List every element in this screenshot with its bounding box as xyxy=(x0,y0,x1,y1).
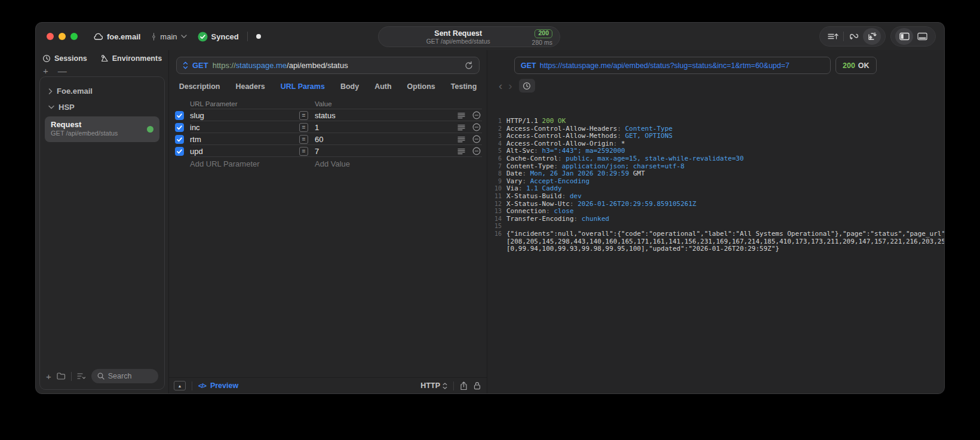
workspace-selector[interactable]: foe.email xyxy=(93,32,140,41)
code-segment: Connection xyxy=(506,207,546,215)
new-folder-button[interactable] xyxy=(57,373,66,380)
tab-url-params[interactable]: URL Params xyxy=(281,82,325,91)
branch-selector[interactable]: main xyxy=(151,32,186,41)
remove-row-icon[interactable] xyxy=(471,111,482,119)
row-menu-icon[interactable] xyxy=(455,124,467,131)
remove-row-icon[interactable] xyxy=(471,123,482,131)
method-selector[interactable]: GET xyxy=(192,61,208,70)
request-url-bar[interactable]: GET https://statuspage.me/api/embed/stat… xyxy=(176,57,480,74)
add-request-button[interactable]: + xyxy=(43,67,48,75)
param-checkbox-checked[interactable] xyxy=(175,123,184,132)
code-segment: : xyxy=(554,162,561,170)
response-status-code: 200 xyxy=(843,61,855,70)
lock-icon[interactable] xyxy=(474,381,481,390)
close-window-button[interactable] xyxy=(47,33,54,40)
param-row-inc: inc=1 xyxy=(175,121,482,133)
tab-headers[interactable]: Headers xyxy=(235,82,265,91)
url-input[interactable]: https://statuspage.me/api/embed/status xyxy=(213,61,460,70)
param-checkbox-checked[interactable] xyxy=(175,147,184,156)
share-request-button[interactable] xyxy=(460,381,468,390)
sync-status[interactable]: Synced xyxy=(198,32,239,42)
row-menu-icon[interactable] xyxy=(455,148,467,155)
desktop-background: foe.email main Synced xyxy=(0,0,980,440)
activity-status: 200 280 ms xyxy=(526,27,552,46)
tab-options[interactable]: Options xyxy=(407,82,435,91)
search-input[interactable]: Search xyxy=(91,369,158,383)
tab-sessions[interactable]: Sessions xyxy=(42,54,87,63)
tab-description[interactable]: Description xyxy=(179,82,220,91)
param-name-field[interactable]: slug xyxy=(190,111,295,120)
tab-environments[interactable]: Environments xyxy=(100,54,162,63)
tree-folder-foe-email[interactable]: Foe.email xyxy=(44,83,161,99)
line-number: 16 xyxy=(492,230,502,253)
code-segment: : xyxy=(613,140,621,147)
response-history-button[interactable] xyxy=(519,79,535,93)
row-menu-icon[interactable] xyxy=(455,136,467,143)
git-branch-icon xyxy=(151,32,156,41)
response-tabs: InfoRequestResponse xyxy=(944,82,945,90)
remove-request-button[interactable]: — xyxy=(58,67,67,75)
param-checkbox-checked[interactable] xyxy=(175,135,184,144)
sort-list-button[interactable] xyxy=(77,373,86,380)
preview-button[interactable]: </> Preview xyxy=(198,381,238,390)
sent-url: https://statuspage.me/api/embed/status?s… xyxy=(540,61,789,70)
line-number: 4 xyxy=(492,140,502,148)
tab-auth[interactable]: Auth xyxy=(374,82,391,91)
activity-pill[interactable]: Sent Request GET /api/embed/status 200 2… xyxy=(378,26,560,47)
add-param-row[interactable]: Add URL Parameter Add Value xyxy=(175,157,482,170)
tab-info[interactable]: Info xyxy=(944,82,945,90)
toggle-sidebar-button[interactable] xyxy=(895,28,913,45)
import-list-button[interactable] xyxy=(824,28,842,45)
sidebar-spacer xyxy=(44,142,161,369)
param-value-field[interactable]: 7 xyxy=(315,147,451,156)
param-row-upd: upd=7 xyxy=(175,145,482,157)
request-panel: GET https://statuspage.me/api/embed/stat… xyxy=(169,50,487,393)
param-name-field[interactable]: rtm xyxy=(190,135,295,144)
param-checkbox-checked[interactable] xyxy=(175,111,184,120)
param-table-header: URL Parameter Value xyxy=(175,99,482,109)
unsaved-dot-icon xyxy=(256,34,261,39)
param-value-field[interactable]: 1 xyxy=(315,123,451,132)
sidebar: Sessions Environments + — xyxy=(36,50,169,393)
new-request-button[interactable]: + xyxy=(46,371,51,381)
send-refresh-icon[interactable] xyxy=(465,61,473,70)
param-value-field[interactable]: status xyxy=(315,111,451,120)
minimize-window-button[interactable] xyxy=(59,33,66,40)
add-param-name-placeholder[interactable]: Add URL Parameter xyxy=(190,159,295,168)
code-segment: 2026-01-26T20:29:59.859105261Z xyxy=(577,200,696,208)
request-item-subtitle: GET /api/embed/status xyxy=(51,130,147,138)
loop-arrows-icon xyxy=(849,32,859,41)
tree-folder-label: Foe.email xyxy=(57,87,93,96)
previous-response-button[interactable]: ‹ xyxy=(496,80,505,91)
tree-folder-hsp[interactable]: HSP xyxy=(44,99,161,115)
param-name-field[interactable]: inc xyxy=(190,123,295,132)
tab-body[interactable]: Body xyxy=(340,82,359,91)
toggle-bottom-panel-button[interactable] xyxy=(913,28,931,45)
equals-icon: = xyxy=(299,111,308,120)
app-window: foe.email main Synced xyxy=(35,22,945,394)
sync-loop-button[interactable] xyxy=(845,28,863,45)
next-response-button[interactable]: › xyxy=(505,80,515,91)
line-content: Transfer-Encoding: chunked xyxy=(506,216,945,223)
lines-up-arrow-icon xyxy=(828,32,838,41)
sidebar-item-request-selected[interactable]: Request GET /api/embed/status xyxy=(45,116,159,142)
remove-row-icon[interactable] xyxy=(471,135,482,143)
sync-label: Synced xyxy=(211,32,239,41)
param-name-field[interactable]: upd xyxy=(190,147,295,156)
param-value-field[interactable]: 60 xyxy=(315,135,451,144)
add-param-value-placeholder[interactable]: Add Value xyxy=(315,159,451,168)
line-number: 15 xyxy=(492,223,502,230)
line-number: 10 xyxy=(492,185,502,193)
response-body[interactable]: 1HTTP/1.1 200 OK2Access-Control-Allow-He… xyxy=(487,112,945,393)
remove-row-icon[interactable] xyxy=(471,147,482,155)
protocol-selector[interactable]: HTTP xyxy=(420,381,447,390)
zoom-window-button[interactable] xyxy=(70,33,78,40)
request-item-text: Request GET /api/embed/status xyxy=(51,120,147,138)
collapse-panel-button[interactable]: ▲ xyxy=(174,381,186,390)
tab-testing[interactable]: Testing xyxy=(451,82,477,91)
sent-request-line[interactable]: GET https://statuspage.me/api/embed/stat… xyxy=(514,57,831,74)
line-number: 6 xyxy=(492,155,502,163)
row-menu-icon[interactable] xyxy=(455,112,467,119)
line-content: {"incidents":null,"overall":{"code":"ope… xyxy=(506,230,945,253)
import-export-button[interactable] xyxy=(863,28,881,45)
